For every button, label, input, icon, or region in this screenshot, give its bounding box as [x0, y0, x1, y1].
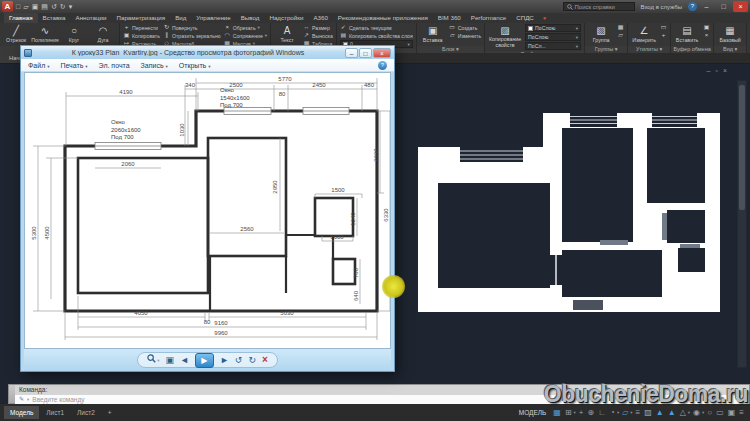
room-small-1 — [667, 210, 705, 243]
quick-select-button[interactable]: ▭ — [660, 24, 667, 31]
mirror-button[interactable]: ∥Отразить зеркально — [163, 32, 221, 39]
color-swatch-icon — [528, 26, 533, 31]
layout-tab-layout2[interactable]: Лист2 — [71, 406, 101, 419]
measure-button[interactable]: ∠Измерить — [631, 24, 657, 43]
leader-button[interactable]: ↗Выноска — [303, 32, 333, 39]
edit-block-button[interactable]: ▱Изменить — [449, 32, 481, 39]
pv-menu-burn[interactable]: Запись ▾ — [141, 62, 168, 69]
zoom-button[interactable] — [147, 353, 156, 367]
redo-icon[interactable]: ↻ — [59, 1, 67, 12]
slideshow-button[interactable]: ▶ — [195, 353, 214, 368]
ribbon-tab-featured-apps[interactable]: Рекомендованные приложения — [333, 13, 433, 23]
autocad-logo-icon[interactable]: A — [2, 1, 13, 12]
ribbon-tab-addins[interactable]: Надстройки — [264, 13, 308, 23]
close-button[interactable]: × — [733, 1, 748, 12]
ribbon-tab-output[interactable]: Вывод — [236, 13, 265, 23]
delete-button[interactable]: × — [262, 353, 268, 367]
cut-button[interactable]: × — [703, 32, 710, 39]
insert-block-button[interactable]: ▣Вставка — [420, 24, 446, 43]
ribbon-tab-performance[interactable]: Performance — [466, 13, 511, 23]
undo-icon[interactable]: ↺ — [50, 1, 58, 12]
dimension-text: 2060 — [121, 161, 135, 167]
vertical-scrollbar[interactable] — [737, 80, 747, 368]
pv-menu-email[interactable]: Эл. почта — [99, 62, 130, 69]
dimension-text: 9960 — [214, 330, 228, 336]
rotate-button[interactable]: ↻Повернуть — [163, 24, 221, 31]
polyline-button[interactable]: ∿Полилиния — [32, 24, 58, 43]
dimension-button[interactable]: ↔Размер — [303, 24, 333, 31]
previous-button[interactable]: ◄ — [180, 353, 189, 367]
arc-button[interactable]: ◠Дуга — [90, 24, 116, 43]
pv-menu-print[interactable]: Печать ▾ — [60, 62, 87, 69]
door-notch-bottom — [573, 300, 603, 310]
match-layer-button[interactable]: ▤Копировать свойства слоя — [340, 32, 413, 39]
layout-tab-new-layout[interactable]: + — [102, 406, 118, 419]
plot-icon[interactable]: ▤ — [40, 1, 49, 12]
copy-clip-button[interactable]: ▣ — [703, 24, 710, 31]
help-search-box[interactable]: Поиск справки — [563, 2, 635, 11]
ungroup-button[interactable]: ▦ — [617, 24, 624, 31]
pv-menu-open[interactable]: Открыть ▾ — [179, 62, 211, 69]
tab-extra-icon[interactable]: ● — [539, 15, 551, 21]
base-view-button[interactable]: ▦Базовый — [717, 24, 743, 43]
ribbon-dropdown[interactable]: ПоСлою▾ — [525, 33, 581, 41]
save-icon[interactable]: ▣ — [31, 1, 40, 12]
ribbon-tab-spds[interactable]: СПДС — [511, 13, 539, 23]
cursor-highlight — [382, 275, 405, 298]
match-properties-button[interactable]: ▨Копирование свойств — [488, 24, 522, 48]
paste-button[interactable]: ▤Вставить — [674, 24, 700, 43]
ribbon-tab-view[interactable]: Вид — [170, 13, 191, 23]
ribbon-tab-parametric[interactable]: Параметризация — [112, 13, 171, 23]
layout-tab-model[interactable]: Модель — [4, 406, 39, 419]
new-icon[interactable]: □ — [15, 1, 21, 12]
fillet-button[interactable]: ◠Сопряжение▾ — [224, 32, 267, 39]
ribbon-tab-annotate[interactable]: Аннотации — [71, 13, 112, 23]
measure-icon: ∠ — [640, 24, 649, 37]
rotate-cw-button[interactable]: ↻ — [248, 353, 256, 367]
text-button[interactable]: AТекст — [274, 24, 300, 43]
line-button[interactable]: ╱Отрезок — [3, 24, 29, 43]
pv-maximize-button[interactable]: □ — [359, 48, 372, 58]
signin-button[interactable]: Вход в службы — [637, 4, 687, 10]
actual-size-button[interactable]: ▣ — [165, 353, 174, 367]
ribbon-tab-bim360[interactable]: BIM 360 — [433, 13, 466, 23]
ribbon-tab-insert[interactable]: Вставка — [38, 13, 71, 23]
ribbon-dropdown[interactable]: ПоСлою▾ — [525, 24, 581, 32]
make-current-button[interactable]: ✓Сделать текущим — [340, 24, 413, 31]
button-label: Круг — [69, 37, 80, 43]
scrollbar-thumb[interactable] — [739, 85, 745, 210]
chevron-down-icon[interactable]: ▾ — [157, 358, 159, 363]
trim-button[interactable]: ×Обрезать▾ — [224, 24, 267, 31]
minimize-button[interactable]: – — [699, 1, 714, 12]
rotate-ccw-button[interactable]: ↺ — [235, 353, 243, 367]
group-button[interactable]: ▧Группа — [588, 24, 614, 43]
dropdown-arrow-icon[interactable]: ▾ — [68, 1, 74, 12]
move-button[interactable]: +Перенести — [123, 24, 160, 31]
panel-footer: Свойства ▾ — [485, 51, 584, 53]
ribbon-tab-home[interactable]: Главная — [4, 13, 38, 23]
open-icon[interactable]: ▱ — [22, 1, 29, 12]
copy-button[interactable]: ▣Копировать — [123, 32, 160, 39]
pv-close-button[interactable]: × — [373, 48, 391, 58]
viewport-close-button[interactable]: × — [723, 67, 732, 74]
group-edit-button[interactable]: ▱ — [617, 32, 624, 39]
help-icon[interactable]: ? — [688, 2, 697, 11]
photo-viewer-titlebar[interactable]: К уроку33 Plan_Kvartiry.jpg - Средство п… — [21, 46, 394, 59]
button-label: Измерить — [632, 37, 656, 43]
ribbon-tab-a360[interactable]: A360 — [308, 13, 332, 23]
pv-help-icon[interactable]: ? — [378, 61, 387, 70]
create-block-button[interactable]: ▭Создать — [449, 24, 481, 31]
dimension-text: 5770 — [278, 76, 292, 82]
ribbon-dropdown[interactable]: ПоСл...▾ — [525, 42, 581, 50]
pv-menu-file[interactable]: Файл ▾ — [28, 62, 49, 69]
viewport-restore-button[interactable]: ▫ — [715, 67, 722, 74]
layout-tab-layout1[interactable]: Лист1 — [40, 406, 70, 419]
command-dropdown-icon[interactable]: ▾ — [27, 397, 29, 402]
pv-minimize-button[interactable]: – — [345, 48, 358, 58]
next-button[interactable]: ► — [220, 353, 229, 367]
maximize-button[interactable]: □ — [716, 1, 731, 12]
circle-button[interactable]: ○Круг — [61, 24, 87, 43]
ribbon-tab-manage[interactable]: Управление — [191, 13, 235, 23]
point-button[interactable]: + — [660, 32, 667, 39]
command-prompt-text: Введите команду — [32, 396, 84, 403]
